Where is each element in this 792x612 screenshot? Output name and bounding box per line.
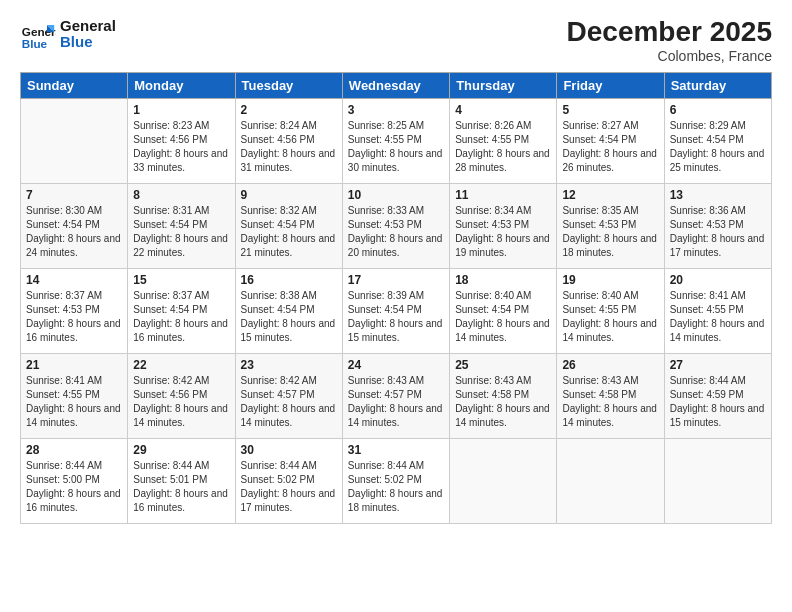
day-info: Sunrise: 8:33 AMSunset: 4:53 PMDaylight:… — [348, 204, 444, 260]
day-info: Sunrise: 8:35 AMSunset: 4:53 PMDaylight:… — [562, 204, 658, 260]
day-number: 13 — [670, 188, 766, 202]
day-cell: 17Sunrise: 8:39 AMSunset: 4:54 PMDayligh… — [342, 269, 449, 354]
day-cell: 25Sunrise: 8:43 AMSunset: 4:58 PMDayligh… — [450, 354, 557, 439]
logo-icon: General Blue — [20, 16, 56, 52]
week-row-1: 1Sunrise: 8:23 AMSunset: 4:56 PMDaylight… — [21, 99, 772, 184]
calendar-table: SundayMondayTuesdayWednesdayThursdayFrid… — [20, 72, 772, 524]
logo-text-line2: Blue — [60, 34, 116, 51]
day-cell: 30Sunrise: 8:44 AMSunset: 5:02 PMDayligh… — [235, 439, 342, 524]
day-info: Sunrise: 8:23 AMSunset: 4:56 PMDaylight:… — [133, 119, 229, 175]
day-info: Sunrise: 8:44 AMSunset: 5:00 PMDaylight:… — [26, 459, 122, 515]
day-info: Sunrise: 8:44 AMSunset: 5:01 PMDaylight:… — [133, 459, 229, 515]
day-number: 5 — [562, 103, 658, 117]
day-info: Sunrise: 8:34 AMSunset: 4:53 PMDaylight:… — [455, 204, 551, 260]
day-info: Sunrise: 8:44 AMSunset: 5:02 PMDaylight:… — [348, 459, 444, 515]
day-cell: 1Sunrise: 8:23 AMSunset: 4:56 PMDaylight… — [128, 99, 235, 184]
day-cell: 15Sunrise: 8:37 AMSunset: 4:54 PMDayligh… — [128, 269, 235, 354]
day-cell: 31Sunrise: 8:44 AMSunset: 5:02 PMDayligh… — [342, 439, 449, 524]
day-cell: 9Sunrise: 8:32 AMSunset: 4:54 PMDaylight… — [235, 184, 342, 269]
day-cell: 5Sunrise: 8:27 AMSunset: 4:54 PMDaylight… — [557, 99, 664, 184]
day-info: Sunrise: 8:44 AMSunset: 5:02 PMDaylight:… — [241, 459, 337, 515]
day-cell — [21, 99, 128, 184]
day-number: 2 — [241, 103, 337, 117]
week-row-4: 21Sunrise: 8:41 AMSunset: 4:55 PMDayligh… — [21, 354, 772, 439]
day-cell — [557, 439, 664, 524]
logo: General Blue General Blue — [20, 16, 116, 52]
day-number: 19 — [562, 273, 658, 287]
day-info: Sunrise: 8:37 AMSunset: 4:54 PMDaylight:… — [133, 289, 229, 345]
day-number: 28 — [26, 443, 122, 457]
day-number: 14 — [26, 273, 122, 287]
location: Colombes, France — [567, 48, 772, 64]
page-container: General Blue General Blue December 2025 … — [0, 0, 792, 540]
day-number: 6 — [670, 103, 766, 117]
month-title: December 2025 — [567, 16, 772, 48]
day-number: 4 — [455, 103, 551, 117]
day-cell: 10Sunrise: 8:33 AMSunset: 4:53 PMDayligh… — [342, 184, 449, 269]
day-cell: 29Sunrise: 8:44 AMSunset: 5:01 PMDayligh… — [128, 439, 235, 524]
weekday-header-monday: Monday — [128, 73, 235, 99]
day-cell: 20Sunrise: 8:41 AMSunset: 4:55 PMDayligh… — [664, 269, 771, 354]
day-number: 23 — [241, 358, 337, 372]
day-number: 15 — [133, 273, 229, 287]
day-cell: 14Sunrise: 8:37 AMSunset: 4:53 PMDayligh… — [21, 269, 128, 354]
day-number: 10 — [348, 188, 444, 202]
week-row-5: 28Sunrise: 8:44 AMSunset: 5:00 PMDayligh… — [21, 439, 772, 524]
page-header: General Blue General Blue December 2025 … — [20, 16, 772, 64]
day-cell: 16Sunrise: 8:38 AMSunset: 4:54 PMDayligh… — [235, 269, 342, 354]
day-cell: 23Sunrise: 8:42 AMSunset: 4:57 PMDayligh… — [235, 354, 342, 439]
day-cell: 8Sunrise: 8:31 AMSunset: 4:54 PMDaylight… — [128, 184, 235, 269]
weekday-header-friday: Friday — [557, 73, 664, 99]
weekday-header-sunday: Sunday — [21, 73, 128, 99]
day-cell: 19Sunrise: 8:40 AMSunset: 4:55 PMDayligh… — [557, 269, 664, 354]
day-number: 7 — [26, 188, 122, 202]
day-info: Sunrise: 8:36 AMSunset: 4:53 PMDaylight:… — [670, 204, 766, 260]
day-number: 1 — [133, 103, 229, 117]
day-cell: 26Sunrise: 8:43 AMSunset: 4:58 PMDayligh… — [557, 354, 664, 439]
day-info: Sunrise: 8:43 AMSunset: 4:57 PMDaylight:… — [348, 374, 444, 430]
day-cell: 24Sunrise: 8:43 AMSunset: 4:57 PMDayligh… — [342, 354, 449, 439]
day-info: Sunrise: 8:26 AMSunset: 4:55 PMDaylight:… — [455, 119, 551, 175]
day-number: 9 — [241, 188, 337, 202]
day-number: 27 — [670, 358, 766, 372]
day-cell: 12Sunrise: 8:35 AMSunset: 4:53 PMDayligh… — [557, 184, 664, 269]
day-cell: 21Sunrise: 8:41 AMSunset: 4:55 PMDayligh… — [21, 354, 128, 439]
day-cell: 6Sunrise: 8:29 AMSunset: 4:54 PMDaylight… — [664, 99, 771, 184]
day-info: Sunrise: 8:40 AMSunset: 4:54 PMDaylight:… — [455, 289, 551, 345]
day-info: Sunrise: 8:44 AMSunset: 4:59 PMDaylight:… — [670, 374, 766, 430]
day-number: 8 — [133, 188, 229, 202]
day-number: 12 — [562, 188, 658, 202]
week-row-3: 14Sunrise: 8:37 AMSunset: 4:53 PMDayligh… — [21, 269, 772, 354]
day-cell: 28Sunrise: 8:44 AMSunset: 5:00 PMDayligh… — [21, 439, 128, 524]
day-number: 21 — [26, 358, 122, 372]
day-info: Sunrise: 8:39 AMSunset: 4:54 PMDaylight:… — [348, 289, 444, 345]
day-info: Sunrise: 8:25 AMSunset: 4:55 PMDaylight:… — [348, 119, 444, 175]
week-row-2: 7Sunrise: 8:30 AMSunset: 4:54 PMDaylight… — [21, 184, 772, 269]
day-number: 25 — [455, 358, 551, 372]
day-number: 29 — [133, 443, 229, 457]
day-cell — [450, 439, 557, 524]
day-info: Sunrise: 8:41 AMSunset: 4:55 PMDaylight:… — [670, 289, 766, 345]
day-number: 30 — [241, 443, 337, 457]
day-info: Sunrise: 8:41 AMSunset: 4:55 PMDaylight:… — [26, 374, 122, 430]
day-info: Sunrise: 8:32 AMSunset: 4:54 PMDaylight:… — [241, 204, 337, 260]
day-number: 3 — [348, 103, 444, 117]
day-cell: 11Sunrise: 8:34 AMSunset: 4:53 PMDayligh… — [450, 184, 557, 269]
day-cell: 7Sunrise: 8:30 AMSunset: 4:54 PMDaylight… — [21, 184, 128, 269]
day-cell: 13Sunrise: 8:36 AMSunset: 4:53 PMDayligh… — [664, 184, 771, 269]
day-info: Sunrise: 8:31 AMSunset: 4:54 PMDaylight:… — [133, 204, 229, 260]
day-number: 31 — [348, 443, 444, 457]
weekday-header-thursday: Thursday — [450, 73, 557, 99]
day-cell: 27Sunrise: 8:44 AMSunset: 4:59 PMDayligh… — [664, 354, 771, 439]
day-number: 24 — [348, 358, 444, 372]
day-info: Sunrise: 8:38 AMSunset: 4:54 PMDaylight:… — [241, 289, 337, 345]
day-info: Sunrise: 8:24 AMSunset: 4:56 PMDaylight:… — [241, 119, 337, 175]
day-info: Sunrise: 8:40 AMSunset: 4:55 PMDaylight:… — [562, 289, 658, 345]
weekday-header-saturday: Saturday — [664, 73, 771, 99]
day-number: 22 — [133, 358, 229, 372]
weekday-header-tuesday: Tuesday — [235, 73, 342, 99]
day-info: Sunrise: 8:27 AMSunset: 4:54 PMDaylight:… — [562, 119, 658, 175]
day-cell: 3Sunrise: 8:25 AMSunset: 4:55 PMDaylight… — [342, 99, 449, 184]
day-number: 17 — [348, 273, 444, 287]
day-cell: 22Sunrise: 8:42 AMSunset: 4:56 PMDayligh… — [128, 354, 235, 439]
